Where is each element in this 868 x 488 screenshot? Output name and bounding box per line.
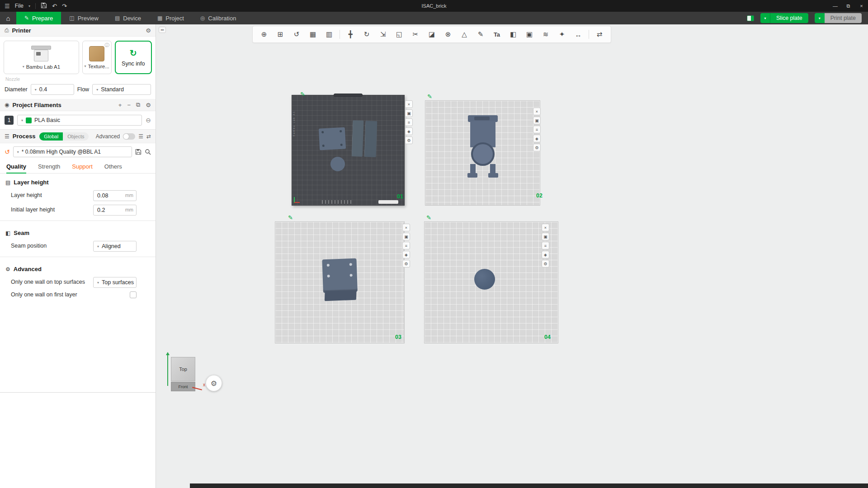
- revert-preset-icon[interactable]: ↺: [5, 148, 10, 155]
- diameter-select[interactable]: ▾ 0.4: [31, 84, 74, 95]
- assembly-icon[interactable]: ▣: [524, 28, 535, 40]
- nav-cube-top-face[interactable]: Top: [171, 357, 195, 381]
- plate-settings-icon[interactable]: ▣: [402, 233, 410, 240]
- lock-plate-icon[interactable]: ◈: [402, 251, 410, 258]
- flow-select[interactable]: ▾ Standard: [92, 84, 151, 95]
- collapse-panel-handle[interactable]: ◂ ▸: [159, 27, 166, 33]
- save-icon[interactable]: [41, 2, 47, 10]
- measure-icon[interactable]: ↔: [572, 28, 584, 40]
- tab-support[interactable]: Support: [72, 163, 93, 170]
- sync-info-button[interactable]: ↻ Sync info: [115, 41, 152, 74]
- tab-project[interactable]: ▦ Project: [149, 12, 192, 24]
- undo-icon[interactable]: ↶: [52, 3, 57, 9]
- variable-layer-icon[interactable]: ≋: [540, 28, 552, 40]
- arrange-plates-icon[interactable]: ⇄: [594, 28, 605, 40]
- advanced-toggle[interactable]: [123, 133, 135, 140]
- edit-plate-name-icon[interactable]: ✎: [300, 91, 305, 98]
- tab-calibration[interactable]: ◎ Calibration: [192, 12, 245, 24]
- maximize-button[interactable]: ⧉: [842, 0, 855, 12]
- remove-filament-icon[interactable]: −: [127, 102, 131, 108]
- close-button[interactable]: ×: [855, 0, 868, 12]
- cut-icon[interactable]: ✂: [410, 28, 421, 40]
- filament-edit-icon[interactable]: ⊖: [146, 117, 151, 124]
- plate-params-icon[interactable]: ⚙: [542, 260, 549, 267]
- preset-select[interactable]: ▾ * 0.08mm High Quality @BBL A1: [13, 146, 132, 157]
- minimize-button[interactable]: —: [829, 0, 842, 12]
- printer-select-card[interactable]: ▾ Bambu Lab A1: [4, 41, 79, 74]
- add-object-icon[interactable]: ⊕: [258, 28, 270, 40]
- scope-objects-pill[interactable]: Objects: [63, 132, 89, 141]
- one-wall-first-layer-checkbox[interactable]: [130, 291, 137, 298]
- tab-quality[interactable]: Quality: [6, 163, 26, 170]
- model-bracket-tall[interactable]: [467, 115, 499, 178]
- plate-params-icon[interactable]: ⚙: [405, 136, 413, 144]
- delete-plate-icon[interactable]: ×: [402, 224, 410, 231]
- compare-presets-icon[interactable]: ⇄: [146, 133, 151, 140]
- seam-position-select[interactable]: ▾ Aligned: [93, 241, 137, 252]
- split-icon[interactable]: ◪: [426, 28, 438, 40]
- flatten-icon[interactable]: ◱: [393, 28, 405, 40]
- lock-plate-icon[interactable]: ◈: [533, 135, 541, 142]
- tab-device[interactable]: ▤ Device: [107, 12, 149, 24]
- model-bracket-plate[interactable]: [322, 258, 358, 301]
- plate-settings-icon[interactable]: ▣: [405, 109, 413, 117]
- initial-layer-height-input[interactable]: mm: [93, 205, 137, 216]
- emboss-icon[interactable]: ✦: [556, 28, 568, 40]
- one-wall-top-select[interactable]: ▾ Top surfaces: [93, 277, 137, 288]
- build-plate-02[interactable]: ✎ ×▣≡◈⚙ 02: [425, 100, 540, 206]
- tab-prepare[interactable]: ✎ Prepare: [16, 12, 61, 24]
- arrange-icon[interactable]: ▦: [307, 28, 319, 40]
- plate-params-icon[interactable]: ⚙: [533, 144, 541, 151]
- model-rail-bracket[interactable]: [352, 120, 377, 157]
- sync-filament-list-icon[interactable]: ⧉: [136, 101, 140, 108]
- seam-paint-icon[interactable]: ◧: [507, 28, 519, 40]
- home-button[interactable]: ⌂: [0, 12, 16, 24]
- file-menu-chevron-icon[interactable]: ▾: [28, 4, 30, 8]
- rename-plate-icon[interactable]: ≡: [533, 126, 541, 133]
- lock-plate-icon[interactable]: ◈: [405, 127, 413, 135]
- add-plate-icon[interactable]: ⊞: [274, 28, 286, 40]
- align-icon[interactable]: ▥: [323, 28, 335, 40]
- add-filament-icon[interactable]: +: [118, 102, 122, 108]
- view-all-settings-icon[interactable]: ☰: [138, 133, 143, 140]
- model-cylinder[interactable]: [474, 269, 495, 290]
- build-plate-03[interactable]: ✎ ×▣≡◈⚙ 03: [275, 221, 405, 343]
- edit-plate-name-icon[interactable]: ✎: [426, 214, 431, 221]
- plate-settings-icon[interactable]: ▣: [533, 117, 541, 124]
- support-paint-icon[interactable]: △: [458, 28, 470, 40]
- redo-icon[interactable]: ↷: [62, 3, 67, 9]
- build-plate-04[interactable]: ✎ ×▣≡◈⚙ 04: [424, 221, 558, 343]
- split-view-icon[interactable]: [747, 15, 754, 21]
- plate-type-card[interactable]: ⓘ ▾ Texture...: [82, 41, 112, 74]
- viewport-3d[interactable]: ◂ ▸ ⊕⊞↺▦▥╋↻⇲◱✂◪⊗△✎Ta◧▣≋✦↔⇄ Bambu Lab A1 …: [156, 24, 868, 488]
- auto-orient-icon[interactable]: ↺: [291, 28, 302, 40]
- rename-plate-icon[interactable]: ≡: [405, 118, 413, 126]
- layer-height-input[interactable]: mm: [93, 190, 137, 201]
- delete-plate-icon[interactable]: ×: [533, 108, 541, 115]
- filament-settings-gear-icon[interactable]: ⚙: [146, 102, 151, 108]
- view-settings-button[interactable]: ⚙: [206, 375, 222, 391]
- hamburger-icon[interactable]: ☰: [5, 3, 10, 9]
- edit-plate-name-icon[interactable]: ✎: [427, 93, 432, 100]
- print-plate-button[interactable]: ▾ Print plate: [815, 13, 862, 23]
- model-small-plate[interactable]: [319, 127, 346, 150]
- slice-options-chevron-icon[interactable]: ▾: [760, 13, 770, 23]
- scope-global-pill[interactable]: Global: [39, 132, 63, 141]
- rename-plate-icon[interactable]: ≡: [542, 242, 549, 249]
- nav-cube-front-face[interactable]: Front: [171, 382, 195, 391]
- text-icon[interactable]: Ta: [491, 28, 503, 40]
- move-icon[interactable]: ╋: [344, 28, 356, 40]
- build-plate-01[interactable]: Bambu Lab A1 ✎ ×▣≡◈⚙ 01: [292, 95, 405, 206]
- rotate-icon[interactable]: ↻: [361, 28, 373, 40]
- file-menu[interactable]: File: [15, 3, 24, 9]
- tab-strength[interactable]: Strength: [38, 163, 60, 170]
- mesh-boolean-icon[interactable]: ⊗: [442, 28, 454, 40]
- lock-plate-icon[interactable]: ◈: [542, 251, 549, 258]
- edit-plate-name-icon[interactable]: ✎: [288, 214, 293, 221]
- plate-settings-icon[interactable]: ▣: [542, 233, 549, 240]
- slice-plate-button[interactable]: ▾ Slice plate: [760, 13, 808, 23]
- printer-settings-gear-icon[interactable]: ⚙: [146, 27, 151, 34]
- delete-plate-icon[interactable]: ×: [405, 100, 413, 108]
- tab-preview[interactable]: ◫ Preview: [61, 12, 107, 24]
- plate-params-icon[interactable]: ⚙: [402, 260, 410, 267]
